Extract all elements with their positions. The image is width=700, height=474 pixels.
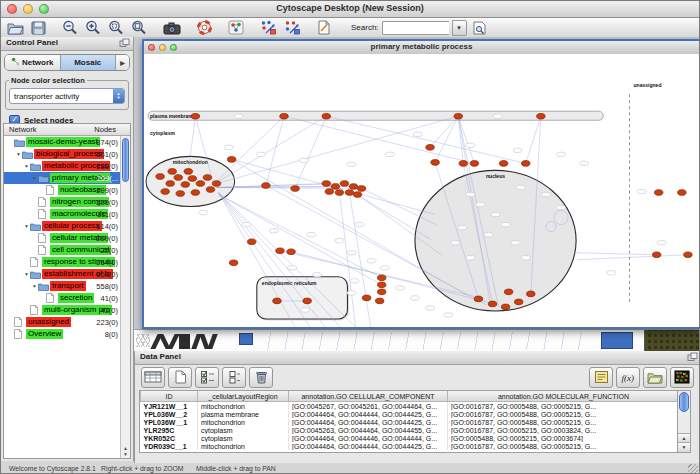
network-node[interactable] xyxy=(229,260,237,266)
folder-open-button[interactable] xyxy=(643,367,667,388)
network-node[interactable] xyxy=(322,113,330,119)
zoom-fit-button[interactable] xyxy=(129,19,149,36)
network-node[interactable] xyxy=(362,295,370,301)
search-options-button[interactable] xyxy=(470,19,489,36)
network-node[interactable] xyxy=(652,252,660,258)
network-node[interactable] xyxy=(291,186,299,192)
table-row[interactable]: YPL036W__1mitochondrion[GO:0044464, GO:0… xyxy=(141,418,680,426)
table-column-header[interactable]: _cellularLayoutRegion xyxy=(198,391,289,402)
tree-row[interactable]: nitrogen compo209(0) xyxy=(4,196,130,208)
float-panel-icon[interactable] xyxy=(119,38,130,52)
tree-scrollbar[interactable]: ▲▼ xyxy=(120,136,130,458)
network-node[interactable] xyxy=(522,161,530,167)
disclosure-triangle-icon[interactable]: ▼ xyxy=(23,223,30,229)
tree-row[interactable]: unassigned223(0) xyxy=(4,316,130,328)
network-node[interactable] xyxy=(212,181,220,187)
network-node[interactable] xyxy=(474,296,482,302)
table-column-header[interactable]: annotation.GO MOLECULAR_FUNCTION xyxy=(448,391,680,402)
network-node[interactable] xyxy=(303,298,311,304)
network-node[interactable] xyxy=(454,113,462,119)
network-node[interactable] xyxy=(431,160,439,166)
network-node[interactable] xyxy=(375,298,383,304)
table-row[interactable]: YJR121W__1mitochondrion[GO:0045267, GO:0… xyxy=(141,402,680,411)
tree-row[interactable]: multi-organism pro42(0) xyxy=(4,304,130,316)
network-window-titlebar[interactable]: primary metabolic process xyxy=(144,41,699,55)
network-node[interactable] xyxy=(377,289,385,295)
node-color-dropdown[interactable]: transporter activity ▲▼ xyxy=(9,88,125,104)
search-dropdown-button[interactable]: ▼ xyxy=(452,20,467,36)
tree-row[interactable]: ▼transport558(0) xyxy=(4,280,130,292)
table-scrollbar[interactable]: ▲ ▼ xyxy=(677,390,691,453)
trash-button[interactable] xyxy=(249,367,273,388)
table-row[interactable]: YLR295Ccytoplasm[GO:0045263, GO:0044464,… xyxy=(141,426,680,434)
network-node[interactable] xyxy=(276,248,284,254)
tree-row[interactable]: macromolecule311(0) xyxy=(4,208,130,220)
network-node[interactable] xyxy=(174,175,182,181)
disclosure-triangle-icon[interactable]: ▼ xyxy=(31,175,38,181)
network-node[interactable] xyxy=(280,113,288,119)
network-node[interactable] xyxy=(345,190,353,196)
tree-row[interactable]: mosaic-demo-yeast874(0) xyxy=(4,136,130,148)
network-node[interactable] xyxy=(188,176,196,182)
layout-a-button[interactable] xyxy=(258,19,279,36)
tree-row[interactable]: ▼biological_process651(0) xyxy=(4,148,130,160)
network-node[interactable] xyxy=(184,169,192,175)
network-node[interactable] xyxy=(322,181,330,187)
tree-row[interactable]: ▼cellular process614(0) xyxy=(4,220,130,232)
tree-row[interactable]: ▼primary metabo209(... xyxy=(4,172,130,184)
tree-row[interactable]: cell communicat22(0) xyxy=(4,244,130,256)
vizmapper-button[interactable] xyxy=(226,19,246,36)
network-node[interactable] xyxy=(196,181,204,187)
squares-button[interactable] xyxy=(222,367,246,388)
resize-grip[interactable] xyxy=(688,464,698,474)
tab-mosaic[interactable]: Mosaic xyxy=(61,55,117,70)
table-scroll-down-button[interactable]: ▼ xyxy=(678,442,690,452)
network-node[interactable] xyxy=(331,184,339,190)
table-column-header[interactable]: ID xyxy=(141,391,198,402)
tree-header[interactable]: Network Nodes xyxy=(4,124,130,136)
network-node[interactable] xyxy=(678,190,686,196)
save-button[interactable] xyxy=(29,19,48,36)
network-node[interactable] xyxy=(325,189,333,195)
checklist-button[interactable] xyxy=(195,367,219,388)
network-node[interactable] xyxy=(357,186,365,192)
network-node[interactable] xyxy=(426,145,434,151)
network-node[interactable] xyxy=(161,189,169,195)
table-column-header[interactable]: annotation.GO CELLULAR_COMPONENT xyxy=(289,391,448,402)
network-node[interactable] xyxy=(353,192,361,198)
disclosure-triangle-icon[interactable]: ▼ xyxy=(23,163,30,169)
window-titlebar[interactable]: Cytoscape Desktop (New Session) xyxy=(1,1,699,18)
network-node[interactable] xyxy=(340,181,348,187)
network-node[interactable] xyxy=(203,175,211,181)
network-node[interactable] xyxy=(191,190,199,196)
tree-row[interactable]: secretion41(0) xyxy=(4,292,130,304)
network-node[interactable] xyxy=(168,169,176,175)
network-node[interactable] xyxy=(349,184,357,190)
tree-row[interactable]: response to stimulu264(0) xyxy=(4,256,130,268)
help-button[interactable] xyxy=(195,19,214,36)
network-node[interactable] xyxy=(377,282,385,288)
tree-scrollbar-arrows[interactable]: ▲▼ xyxy=(121,445,130,457)
tree-row[interactable]: nucleobase-209(0) xyxy=(4,184,130,196)
network-node[interactable] xyxy=(262,183,270,189)
tree-row[interactable]: Overview8(0) xyxy=(4,328,130,340)
network-node[interactable] xyxy=(501,304,509,310)
table-scrollbar-thumb[interactable] xyxy=(679,392,689,412)
network-node[interactable] xyxy=(488,301,496,307)
network-node[interactable] xyxy=(227,157,235,163)
network-canvas[interactable]: plasma membranecytoplasmmitochondrionnuc… xyxy=(144,54,699,327)
tab-overflow-arrow[interactable]: ▶ xyxy=(116,55,129,70)
tab-network[interactable]: Network xyxy=(5,55,61,70)
network-node[interactable] xyxy=(514,299,522,305)
open-file-button[interactable] xyxy=(5,19,26,36)
disclosure-triangle-icon[interactable]: ▼ xyxy=(31,283,38,289)
zoom-selected-button[interactable] xyxy=(106,19,126,36)
network-node[interactable] xyxy=(273,298,281,304)
matrix-button[interactable] xyxy=(670,367,694,388)
network-node[interactable] xyxy=(684,252,692,258)
fx-button[interactable]: f(x) xyxy=(616,367,640,388)
network-node[interactable] xyxy=(181,182,189,188)
tree-row[interactable]: cellular metabo209(0) xyxy=(4,232,130,244)
network-node[interactable] xyxy=(377,275,385,281)
new-page-button[interactable] xyxy=(168,367,192,388)
